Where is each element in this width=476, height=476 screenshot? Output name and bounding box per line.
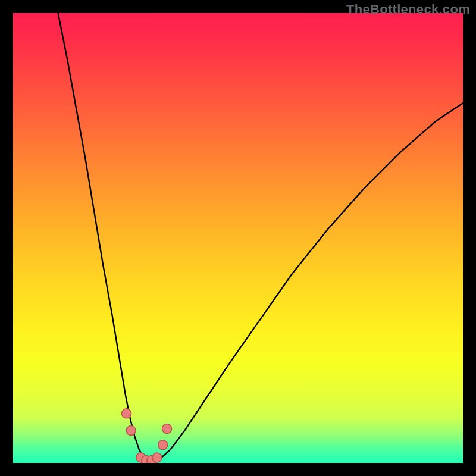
highlighted-point bbox=[126, 426, 136, 436]
watermark-text: TheBottleneck.com bbox=[346, 2, 470, 17]
highlighted-point bbox=[162, 424, 172, 434]
chart-svg bbox=[13, 13, 463, 463]
chart-plot-area bbox=[13, 13, 463, 463]
highlighted-point bbox=[152, 453, 162, 462]
highlighted-point bbox=[158, 440, 168, 450]
highlighted-point bbox=[122, 409, 131, 418]
bottleneck-curve bbox=[58, 13, 463, 462]
